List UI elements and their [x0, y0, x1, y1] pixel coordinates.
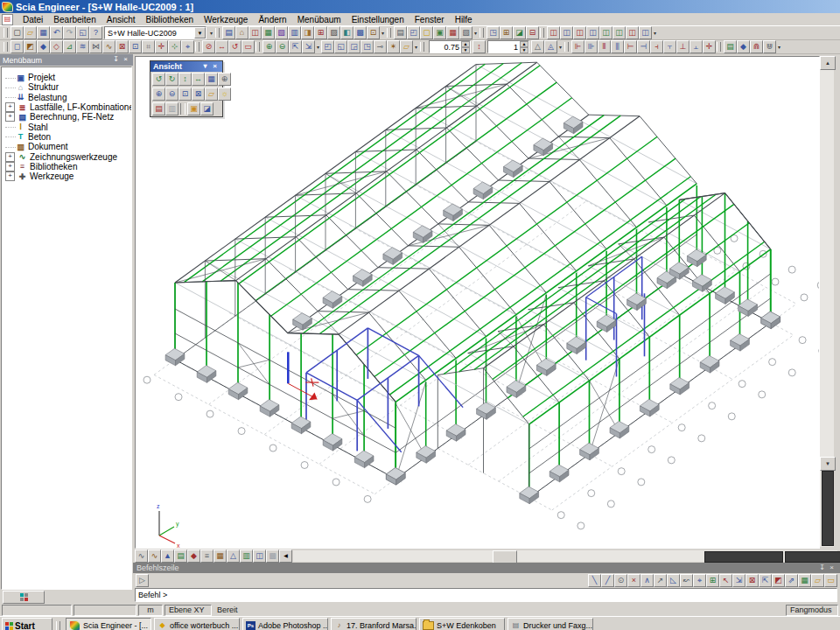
menu-tree-tab[interactable]	[3, 591, 45, 604]
wireframe-mode-icon[interactable]: ∿	[135, 550, 148, 563]
wireframe-icon[interactable]: ▣	[187, 102, 200, 116]
toolbar-grip[interactable]	[480, 28, 484, 38]
task-adobe-photoshop[interactable]: PsAdobe Photoshop ...	[242, 618, 328, 630]
expand-icon[interactable]: +	[5, 102, 15, 112]
toolbar-grip[interactable]	[420, 42, 424, 52]
sidebar-item-berechnung-fe-netz[interactable]: +▤Berechnung, FE-Netz	[5, 112, 131, 122]
select-link-icon[interactable]: ⋈	[89, 40, 102, 53]
rendered-icon[interactable]: ◪	[200, 102, 214, 116]
loadcase-window-icon-5[interactable]: ◫	[599, 26, 612, 39]
loadcase-window-icon-1[interactable]: ◫	[547, 26, 560, 39]
sidebar-item-projekt[interactable]: ▣Projekt	[5, 73, 131, 82]
loadcase-window-icon-3[interactable]: ◫	[573, 26, 586, 39]
gallery-icon[interactable]: ▩	[354, 26, 367, 39]
status-unit[interactable]: m	[138, 605, 163, 616]
status-snap-mode[interactable]: Fangmodus	[786, 605, 838, 616]
activity-folder-icon[interactable]: ▱	[400, 40, 413, 53]
temperature-load-icon[interactable]: ⊢	[624, 40, 637, 53]
loadcase-window-icon-8[interactable]: ◫	[639, 26, 652, 39]
sidebar-item-dokument[interactable]: ▥Dokument	[5, 142, 131, 151]
free-load-icon[interactable]: ⊣	[637, 40, 650, 53]
menu-menbaum[interactable]: Menübaum	[292, 14, 346, 25]
remove-selection-icon[interactable]: ⊖	[276, 40, 289, 53]
options-icon[interactable]: ▩	[266, 550, 279, 563]
view-x-icon[interactable]: ◰	[321, 40, 334, 53]
menu-ansicht[interactable]: Ansicht	[102, 14, 141, 25]
sidebar-item-beton[interactable]: TBeton	[5, 132, 131, 142]
new-project-icon[interactable]: ▢	[10, 26, 24, 39]
toolbar-grip[interactable]	[387, 28, 391, 38]
close-icon[interactable]: ×	[827, 564, 836, 573]
command-panel-header[interactable]: Befehlszeile ↧ ×	[133, 563, 840, 573]
model-view-canvas[interactable]: zyx Ansicht ▾ × ↺↻↕↔▦⊕ ⊕⊖⊡⊠▱☼ ▤▥ ▣◪	[135, 56, 820, 549]
project-combo[interactable]: S+W Halle-UC2009 ▼	[104, 26, 206, 39]
pin-icon[interactable]: ↧	[111, 55, 121, 65]
scroll-down-icon[interactable]: ▼	[820, 457, 836, 471]
toolbar-grip[interactable]	[540, 28, 544, 38]
rigid-arm-icon[interactable]: ⋒	[750, 40, 763, 53]
moment-load-icon[interactable]: ⫴	[598, 40, 611, 53]
loadcase-window-icon-4[interactable]: ◫	[586, 26, 599, 39]
sidebar-item-zeichnungswerkzeuge[interactable]: +∿Zeichnungswerkzeuge	[5, 151, 131, 161]
predeform-icon[interactable]: ⫠	[690, 40, 703, 53]
expand-icon[interactable]: +	[5, 172, 15, 181]
combo-dropdown-icon[interactable]: ▼	[194, 27, 206, 38]
pan-horizontal-icon[interactable]: ↔	[192, 73, 205, 86]
close-icon[interactable]: ×	[121, 55, 130, 65]
select-target-icon[interactable]: ⌖	[181, 40, 194, 53]
fit-selection-icon[interactable]: ⇲	[302, 40, 315, 53]
sidebar-item-werkzeuge[interactable]: +✚Werkzeuge	[5, 172, 131, 181]
select-point-icon[interactable]: ⊹	[168, 40, 181, 53]
loadcase-window-icon-2[interactable]: ◫	[560, 26, 573, 39]
expand-icon[interactable]: +	[5, 152, 15, 162]
rotate-left-icon[interactable]: ↺	[152, 73, 165, 86]
start-button[interactable]: Start	[2, 618, 52, 630]
steel-check-icon[interactable]: ⊞	[314, 26, 327, 39]
snap-mid2-icon[interactable]: ◩	[772, 574, 785, 587]
sidebar-item-belastung[interactable]: ⇊Belastung	[5, 93, 131, 102]
hinge-icon[interactable]: ◆	[737, 40, 750, 53]
surface-load-icon[interactable]: ⫼	[611, 40, 624, 53]
select-surface-icon[interactable]: ◇	[50, 40, 63, 53]
view-axo-icon[interactable]: ◳	[360, 40, 374, 53]
snap-tangent-icon[interactable]: ↜	[680, 574, 693, 587]
chevron-down-icon[interactable]: ▾	[200, 62, 210, 72]
load-panel-icon[interactable]: ▧	[275, 26, 288, 39]
snap-raster-icon[interactable]: ▦	[798, 574, 811, 587]
hide-members-icon[interactable]: ⊸	[374, 40, 387, 53]
wind-load-icon[interactable]: ⫞	[650, 40, 663, 53]
menu-bearbeiten[interactable]: Bearbeiten	[48, 14, 101, 25]
paste-props-icon[interactable]: ⊟	[526, 26, 539, 39]
zoom-point-icon[interactable]: ⊕	[218, 73, 231, 86]
snap-mid-icon[interactable]: ∧	[640, 574, 654, 587]
view-y-icon[interactable]: ◱	[334, 40, 347, 53]
expand-icon[interactable]: +	[5, 112, 15, 122]
document-gallery-icon[interactable]: ▣	[433, 26, 446, 39]
menu-werkzeuge[interactable]: Werkzeuge	[199, 14, 253, 25]
select-mesh-icon[interactable]: ≋	[76, 40, 89, 53]
stretch-entity-icon[interactable]: ▭	[242, 40, 255, 53]
select-node-icon[interactable]: ◩	[24, 40, 37, 53]
menu-hilfe[interactable]: Hilfe	[450, 14, 478, 25]
ucs-select-icon[interactable]: ◬	[544, 40, 557, 53]
structure-3d-model[interactable]: zyx	[136, 57, 819, 548]
snap-cross-icon[interactable]: ╱	[601, 574, 614, 587]
snap-perp-icon[interactable]: ◺	[667, 574, 680, 587]
scale-loads-icon[interactable]: ↕	[472, 40, 486, 53]
pin-icon[interactable]: ↧	[817, 564, 827, 573]
scroll-thumb[interactable]	[493, 550, 517, 564]
document-tool-icon[interactable]: ◧	[340, 26, 354, 39]
zoom-out-icon[interactable]: ⊖	[165, 88, 178, 101]
solid-mode-icon[interactable]: ∿	[148, 550, 161, 563]
snap-polar-icon[interactable]: ⇱	[759, 574, 772, 587]
load-label-icon[interactable]: ◆	[187, 550, 200, 563]
snap-circle-icon[interactable]: ⊙	[614, 574, 627, 587]
dot-grid-icon[interactable]: ▱	[811, 574, 824, 587]
toolbar-grip[interactable]	[256, 42, 260, 52]
spin-down-icon[interactable]: ▼	[520, 47, 528, 53]
render-mode-icon[interactable]: ▦	[214, 550, 227, 563]
menu-einstellungen[interactable]: Einstellungen	[346, 14, 410, 25]
snap-line-icon[interactable]: ╲	[588, 574, 601, 587]
structure-tool-icon[interactable]: ▤	[222, 26, 235, 39]
menu-ndern[interactable]: Ändern	[253, 14, 291, 25]
